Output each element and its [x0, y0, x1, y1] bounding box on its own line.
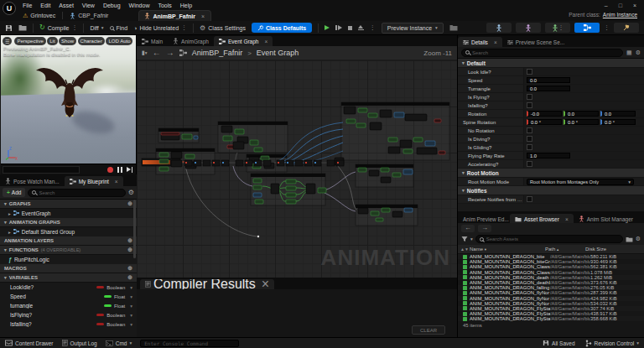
diff-button[interactable]: Diff▾: [90, 25, 103, 31]
scrollbar[interactable]: [133, 200, 136, 258]
breadcrumb-root[interactable]: AnimBP_Fafnir: [192, 49, 243, 57]
find-button[interactable]: Find: [110, 25, 128, 31]
column-disk-size[interactable]: Disk Size: [585, 247, 644, 252]
mesh-mode-button[interactable]: [516, 23, 541, 33]
menu-view[interactable]: View: [82, 3, 95, 8]
asset-row[interactable]: ANIM_MOUNTAIN_DRAGON_Claws/All/Game/Main…: [458, 270, 644, 275]
project-button[interactable]: ⚠ Grintovec: [23, 13, 55, 19]
search-input[interactable]: [39, 190, 121, 195]
stop-button[interactable]: [348, 26, 352, 30]
animation-mode-button[interactable]: ⋮: [545, 23, 570, 33]
hide-unrelated-button[interactable]: ◑Hide Unrelated⋮: [133, 24, 187, 31]
close-tab-icon[interactable]: ×: [494, 39, 497, 45]
add-icon[interactable]: ⊕: [127, 265, 132, 272]
menu-window[interactable]: Window: [129, 3, 150, 8]
chevron-down-icon[interactable]: ▾: [130, 313, 132, 318]
save-icon[interactable]: [5, 24, 13, 32]
chevron-down-icon[interactable]: ▾: [130, 304, 132, 309]
tree-item-eventgraph[interactable]: ▸EventGraph: [0, 209, 137, 218]
class-settings-button[interactable]: ⚙Class Settings: [200, 25, 246, 31]
variable-isfalling[interactable]: Isfalling?Boolean▾: [0, 319, 137, 329]
add-icon[interactable]: ⊕: [127, 200, 132, 207]
filter-icon[interactable]: [461, 236, 468, 242]
tab-my-blueprint[interactable]: My Blueprint ×: [65, 176, 123, 186]
step-button[interactable]: [335, 25, 342, 30]
category-root-motion[interactable]: ▾Root Motion: [458, 169, 644, 178]
event-graph-canvas[interactable]: ANIMATION: [137, 60, 457, 278]
value-field[interactable]: 0.0: [527, 86, 570, 92]
folder-icon[interactable]: [626, 236, 633, 242]
vector-field-1[interactable]: 0.0: [564, 111, 599, 117]
section-header-variables[interactable]: ▾VARIABLES⊕: [0, 273, 137, 283]
vector-field-0[interactable]: 0.0 °: [527, 119, 562, 126]
compile-options-icon[interactable]: ⋮: [71, 24, 77, 31]
browse-preview-icon[interactable]: [449, 24, 458, 31]
blueprint-mode-options-icon[interactable]: ⋮: [604, 24, 610, 31]
close-button[interactable]: ×: [633, 3, 636, 8]
tab-details[interactable]: Details ×: [458, 37, 502, 47]
forward-button[interactable]: →: [166, 49, 174, 57]
asset-row[interactable]: ANIM_MOUNTAIN_DRAGON_falling/All/Game/Ma…: [458, 285, 644, 290]
timeline-slot[interactable]: [3, 166, 80, 174]
preview-instance-dropdown[interactable]: Preview Instance▾: [382, 23, 444, 34]
asset-row[interactable]: ANIM_MOUNTAIN_DRAGON_FlyStar/All/Game/Ma…: [458, 311, 644, 316]
close-tab-icon[interactable]: ×: [115, 179, 118, 184]
breadcrumb-current[interactable]: Event Graph: [257, 49, 299, 57]
checkbox[interactable]: [527, 196, 532, 202]
asset-row[interactable]: ANIM_MOUNTAIN_DRAGON_flyNor/All/Game/Mai…: [458, 290, 644, 295]
section-header-animation-layers[interactable]: ANIMATION LAYERS⊕: [0, 236, 137, 246]
tree-item-default-shared-group[interactable]: ▸Default Shared Group: [0, 227, 137, 236]
asset-row[interactable]: ANIM_MOUNTAIN_DRAGON_death/All/Game/Main…: [458, 275, 644, 280]
viewport-pill-perspective[interactable]: Perspective: [14, 37, 45, 45]
menu-edit[interactable]: Edit: [40, 3, 50, 8]
chevron-down-icon[interactable]: ▾: [130, 285, 132, 290]
add-icon[interactable]: ⊕: [127, 274, 132, 281]
add-icon[interactable]: ⊕: [127, 237, 132, 244]
viewport-pill-lod-auto[interactable]: LOD Auto: [106, 37, 132, 45]
dropdown[interactable]: Root Motion from Montages Only▾: [527, 179, 634, 185]
content-drawer-button[interactable]: Content Drawer: [5, 340, 54, 346]
record-button[interactable]: [107, 167, 113, 173]
menu-asset[interactable]: Asset: [59, 3, 74, 8]
add-icon[interactable]: ⊕: [127, 247, 132, 253]
back-button[interactable]: ←: [153, 49, 161, 57]
class-defaults-button[interactable]: Class Defaults: [252, 23, 312, 33]
asset-row[interactable]: ANIM_MOUNTAIN_DRAGON_flyNor/All/Game/Mai…: [458, 301, 644, 306]
all-saved-indicator[interactable]: All Saved: [543, 340, 574, 346]
checkbox[interactable]: [527, 161, 532, 167]
sort-icon[interactable]: ▲▼: [460, 247, 469, 252]
details-settings-icon[interactable]: ⚙: [636, 49, 641, 56]
eject-button[interactable]: [358, 25, 364, 31]
clear-button[interactable]: CLEAR: [412, 325, 445, 335]
bookmark-icon[interactable]: ▮▾: [142, 49, 148, 56]
menu-tools[interactable]: Tools: [158, 3, 171, 8]
section-header-macros[interactable]: MACROS⊕: [0, 264, 137, 273]
browse-icon[interactable]: [18, 24, 27, 31]
tab-event-graph[interactable]: Event Graph ×: [214, 36, 273, 46]
column-path[interactable]: Path ▴: [545, 247, 585, 252]
close-tab-icon[interactable]: ×: [262, 279, 269, 289]
tab-animbp-fafnir[interactable]: AnimBP_Fafnir ×: [138, 10, 211, 21]
checkbox[interactable]: [527, 127, 532, 133]
close-tab-icon[interactable]: ×: [201, 13, 205, 19]
asset-row[interactable]: ANIM_MOUNTAIN_DRAGON_bite/All/Game/Main/…: [458, 254, 644, 259]
vector-field-2[interactable]: 0.0 °: [600, 119, 636, 126]
revision-control-dropdown[interactable]: Revision Control▾: [585, 340, 639, 347]
checkbox[interactable]: [527, 69, 532, 75]
asset-search[interactable]: [475, 235, 623, 243]
viewport-pill-character[interactable]: Character: [78, 37, 105, 45]
vector-field-0[interactable]: -0.0: [527, 111, 562, 117]
tab-cbp-fafnir[interactable]: CBP_Fafnir: [70, 13, 108, 19]
asset-row[interactable]: ANIM_MOUNTAIN_DRAGON_FlySta/All/Game/Mai…: [458, 316, 644, 321]
section-header-graphs[interactable]: ▾GRAPHS⊕: [0, 200, 137, 209]
checkbox[interactable]: [527, 144, 532, 150]
checkbox[interactable]: [527, 94, 532, 100]
maximize-button[interactable]: □: [619, 3, 622, 8]
asset-row[interactable]: ANIM_MOUNTAIN_DRAGON_FlyStar/All/Game/Ma…: [458, 306, 644, 311]
asset-row[interactable]: ANIM_MOUNTAIN_DRAGON_biteGr/All/Game/Mai…: [458, 259, 644, 264]
value-field[interactable]: 1.0: [527, 153, 570, 159]
display-filter-icon[interactable]: ▦: [626, 49, 632, 56]
minimize-button[interactable]: –: [605, 3, 608, 8]
close-tab-icon[interactable]: ×: [565, 216, 569, 222]
menu-help[interactable]: Help: [180, 3, 192, 8]
